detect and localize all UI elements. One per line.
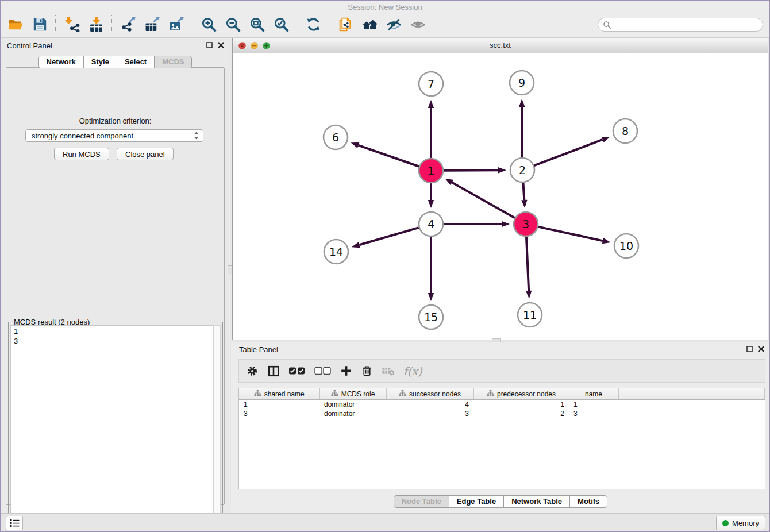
table-cell[interactable]: dominator: [319, 400, 386, 410]
column-header-shared-name[interactable]: shared name: [239, 388, 319, 400]
table-cell[interactable]: 4: [386, 400, 473, 410]
graph-node-7[interactable]: 7: [419, 72, 443, 96]
table-options-button[interactable]: [246, 363, 259, 380]
table-row[interactable]: 1dominator411: [239, 400, 765, 410]
tab-style[interactable]: Style: [83, 56, 117, 68]
search-input[interactable]: [614, 18, 763, 31]
graph-node-14[interactable]: 14: [324, 240, 348, 264]
vertical-splitter-handle[interactable]: [228, 265, 232, 275]
criterion-dropdown[interactable]: strongly connected component: [25, 129, 203, 142]
copy-network-button[interactable]: [333, 13, 357, 36]
delete-row-button[interactable]: [361, 363, 373, 380]
graph-edge-3-11[interactable]: [526, 237, 532, 299]
graph-edge-2-8[interactable]: [534, 137, 610, 165]
zoom-fit-icon: [249, 17, 265, 32]
close-panel-icon[interactable]: [218, 42, 224, 48]
horizontal-splitter-handle[interactable]: [492, 338, 501, 342]
tab-motifs[interactable]: Motifs: [569, 496, 607, 507]
tab-edge-table[interactable]: Edge Table: [449, 496, 503, 507]
table-row[interactable]: 3dominator323: [239, 409, 765, 418]
graph-node-11[interactable]: 11: [518, 303, 542, 327]
graph-node-3[interactable]: 3: [514, 212, 538, 236]
export-image-button[interactable]: [164, 13, 188, 36]
graph-edge-3-10[interactable]: [538, 227, 610, 244]
select-all-button[interactable]: [288, 363, 306, 380]
close-panel-button[interactable]: Close panel: [117, 148, 174, 160]
function-builder-button[interactable]: f(x): [403, 363, 422, 380]
refresh-view-button[interactable]: [301, 13, 325, 36]
float-panel-icon[interactable]: [206, 42, 213, 48]
zoom-in-button[interactable]: [197, 13, 221, 36]
graph-edge-1-7[interactable]: [428, 100, 434, 158]
tab-network-table[interactable]: Network Table: [503, 496, 569, 507]
tab-select[interactable]: Select: [117, 56, 154, 68]
copy-network-icon: [338, 17, 353, 32]
add-row-button[interactable]: [340, 363, 352, 380]
graph-node-15[interactable]: 15: [419, 305, 443, 329]
zoom-fit-button[interactable]: [245, 13, 269, 36]
run-mcds-button[interactable]: Run MCDS: [54, 148, 109, 160]
column-header-name[interactable]: name: [569, 388, 618, 400]
mcds-result-scrollbar[interactable]: [213, 325, 221, 532]
hide-unselected-button[interactable]: [382, 13, 406, 36]
network-graph[interactable]: 7968124314101511: [233, 53, 768, 340]
table-cell[interactable]: dominator: [319, 409, 386, 418]
optimization-label: Optimization criterion:: [0, 117, 230, 125]
graph-edge-4-15[interactable]: [428, 237, 434, 301]
graph-edge-2-9[interactable]: [519, 99, 525, 157]
import-table-button[interactable]: [84, 13, 108, 36]
export-network-button[interactable]: [116, 13, 140, 36]
graph-edge-1-6[interactable]: [351, 142, 419, 167]
graph-node-2[interactable]: 2: [510, 158, 534, 182]
table-cell[interactable]: 1: [239, 400, 319, 410]
import-network-button[interactable]: [60, 13, 84, 36]
export-table-icon: [145, 17, 160, 32]
save-session-button[interactable]: [28, 13, 52, 36]
graph-edge-4-3[interactable]: [444, 221, 510, 227]
table-cell[interactable]: 3: [386, 409, 473, 418]
column-header-successor-nodes[interactable]: successor nodes: [386, 388, 473, 400]
tab-node-table[interactable]: Node Table: [394, 496, 449, 507]
zoom-selected-button[interactable]: [269, 13, 293, 36]
network-window-titlebar[interactable]: scc.txt: [233, 38, 768, 53]
tab-network[interactable]: Network: [39, 56, 83, 68]
home-layout-button[interactable]: [357, 13, 382, 36]
table-cell[interactable]: 1: [569, 400, 618, 410]
graph-edge-1-4[interactable]: [428, 183, 434, 208]
graph-edge-2-3[interactable]: [521, 183, 527, 208]
show-all-button[interactable]: [406, 13, 430, 36]
export-table-button[interactable]: [140, 13, 164, 36]
graph-node-9[interactable]: 9: [510, 71, 534, 95]
column-header-mcds-role[interactable]: MCDS role: [319, 388, 386, 400]
column-manager-button[interactable]: [267, 363, 280, 380]
delete-table-button[interactable]: [382, 363, 395, 380]
graph-edge-1-2[interactable]: [444, 167, 506, 173]
network-canvas[interactable]: 7968124314101511: [233, 53, 768, 340]
memory-button[interactable]: Memory: [716, 516, 765, 530]
table-cell[interactable]: 1: [473, 400, 569, 410]
table-cell[interactable]: 2: [473, 409, 569, 418]
open-session-button[interactable]: [3, 13, 28, 36]
delete-row-icon: [361, 365, 373, 377]
mcds-result-area[interactable]: 1 3: [10, 325, 213, 532]
table-cell[interactable]: 3: [239, 409, 319, 418]
graph-edge-3-1[interactable]: [445, 179, 514, 218]
zoom-in-icon: [201, 17, 217, 32]
graph-node-6[interactable]: 6: [324, 125, 348, 149]
task-history-button[interactable]: [6, 516, 23, 530]
graph-node-8[interactable]: 8: [613, 119, 637, 143]
graph-node-4[interactable]: 4: [419, 212, 443, 236]
close-table-panel-icon[interactable]: [758, 346, 764, 352]
deselect-all-button[interactable]: [314, 363, 332, 380]
graph-edge-4-14[interactable]: [352, 228, 419, 248]
table-cell[interactable]: 3: [569, 409, 618, 418]
graph-node-10[interactable]: 10: [614, 234, 638, 258]
graph-node-1[interactable]: 1: [419, 159, 443, 183]
column-header-predecessor-nodes[interactable]: predecessor nodes: [473, 388, 569, 400]
zoom-out-button[interactable]: [221, 13, 245, 36]
svg-text:7: 7: [428, 78, 434, 90]
svg-text:9: 9: [518, 76, 525, 89]
float-table-panel-icon[interactable]: [746, 346, 753, 352]
tab-mcds[interactable]: MCDS: [154, 56, 191, 68]
search-box[interactable]: [598, 18, 763, 32]
